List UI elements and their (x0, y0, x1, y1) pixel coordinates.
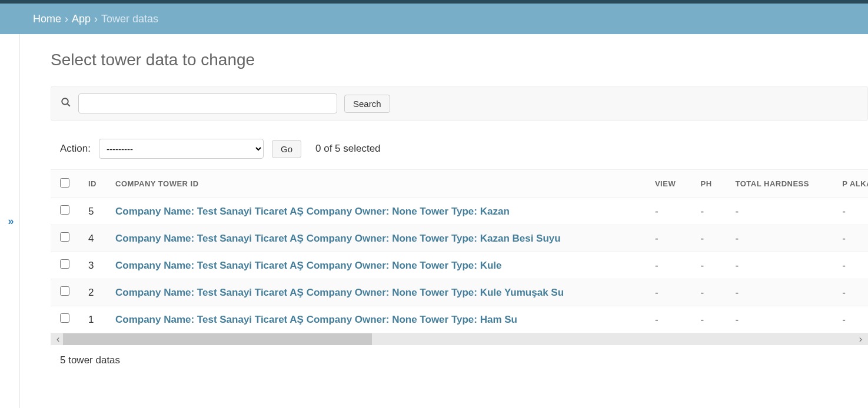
go-button[interactable]: Go (272, 140, 301, 158)
cell-ph: - (691, 225, 726, 252)
cell-view: - (646, 279, 691, 306)
row-id: 2 (79, 279, 106, 306)
scrollbar-track[interactable] (372, 333, 856, 345)
search-icon (61, 97, 71, 110)
col-view[interactable]: VIEW (646, 170, 691, 198)
row-checkbox[interactable] (60, 286, 69, 296)
row-link[interactable]: Company Name: Test Sanayi Ticaret AŞ Com… (115, 206, 510, 217)
breadcrumb-sep: › (94, 13, 98, 25)
main-content: Select tower data to change Search Actio… (20, 34, 868, 408)
col-ph[interactable]: PH (691, 170, 726, 198)
cell-th: - (726, 225, 833, 252)
row-id: 4 (79, 225, 106, 252)
col-company-tower-id[interactable]: COMPANY TOWER ID (106, 170, 646, 198)
cell-th: - (726, 306, 833, 333)
breadcrumb-home[interactable]: Home (33, 13, 61, 25)
table-header-row: ID COMPANY TOWER ID VIEW PH TOTAL HARDNE… (51, 170, 868, 198)
cell-view: - (646, 198, 691, 225)
table-row: 3Company Name: Test Sanayi Ticaret AŞ Co… (51, 252, 868, 279)
selection-count: 0 of 5 selected (315, 143, 381, 155)
row-id: 1 (79, 306, 106, 333)
cell-pa: - (833, 198, 868, 225)
scroll-left-icon[interactable]: ‹ (53, 334, 63, 345)
cell-th: - (726, 198, 833, 225)
table-row: 1Company Name: Test Sanayi Ticaret AŞ Co… (51, 306, 868, 333)
svg-point-0 (62, 98, 68, 105)
cell-th: - (726, 279, 833, 306)
cell-pa: - (833, 252, 868, 279)
sidebar-rail: » (0, 34, 20, 408)
row-checkbox[interactable] (60, 259, 69, 269)
cell-ph: - (691, 306, 726, 333)
breadcrumb-current: Tower datas (101, 13, 158, 25)
cell-view: - (646, 306, 691, 333)
search-input[interactable] (78, 93, 337, 113)
cell-ph: - (691, 279, 726, 306)
search-button[interactable]: Search (344, 95, 390, 113)
actions-row: Action: --------- Go 0 of 5 selected (51, 139, 868, 169)
cell-ph: - (691, 252, 726, 279)
cell-view: - (646, 252, 691, 279)
row-link[interactable]: Company Name: Test Sanayi Ticaret AŞ Com… (115, 260, 502, 271)
breadcrumb-sep: › (65, 13, 68, 25)
table-row: 5Company Name: Test Sanayi Ticaret AŞ Co… (51, 198, 868, 225)
expand-sidebar-icon[interactable]: » (8, 215, 11, 228)
col-total-hardness[interactable]: TOTAL HARDNESS (726, 170, 833, 198)
row-link[interactable]: Company Name: Test Sanayi Ticaret AŞ Com… (115, 314, 517, 325)
row-checkbox[interactable] (60, 313, 69, 323)
col-p-alkalinity[interactable]: P ALKALINITY (833, 170, 868, 198)
action-select[interactable]: --------- (99, 139, 264, 159)
breadcrumb-app[interactable]: App (72, 13, 91, 25)
col-id[interactable]: ID (79, 170, 106, 198)
row-link[interactable]: Company Name: Test Sanayi Ticaret AŞ Com… (115, 287, 564, 298)
breadcrumb: Home › App › Tower datas (0, 4, 868, 34)
cell-th: - (726, 252, 833, 279)
svg-line-1 (68, 104, 70, 106)
row-link[interactable]: Company Name: Test Sanayi Ticaret AŞ Com… (115, 233, 561, 244)
cell-pa: - (833, 306, 868, 333)
cell-view: - (646, 225, 691, 252)
table-row: 2Company Name: Test Sanayi Ticaret AŞ Co… (51, 279, 868, 306)
row-checkbox[interactable] (60, 205, 69, 215)
scrollbar-thumb[interactable] (63, 333, 372, 345)
page-title: Select tower data to change (51, 51, 868, 69)
cell-ph: - (691, 198, 726, 225)
action-label: Action: (60, 143, 91, 155)
search-bar: Search (51, 86, 868, 121)
horizontal-scrollbar[interactable]: ‹ › (51, 333, 868, 345)
row-id: 3 (79, 252, 106, 279)
cell-pa: - (833, 225, 868, 252)
row-id: 5 (79, 198, 106, 225)
data-table: ID COMPANY TOWER ID VIEW PH TOTAL HARDNE… (51, 170, 868, 333)
cell-pa: - (833, 279, 868, 306)
select-all-checkbox[interactable] (60, 178, 69, 188)
table-row: 4Company Name: Test Sanayi Ticaret AŞ Co… (51, 225, 868, 252)
result-count: 5 tower datas (51, 345, 868, 376)
row-checkbox[interactable] (60, 232, 69, 242)
table-container: ID COMPANY TOWER ID VIEW PH TOTAL HARDNE… (51, 169, 868, 333)
scroll-right-icon[interactable]: › (856, 334, 866, 345)
